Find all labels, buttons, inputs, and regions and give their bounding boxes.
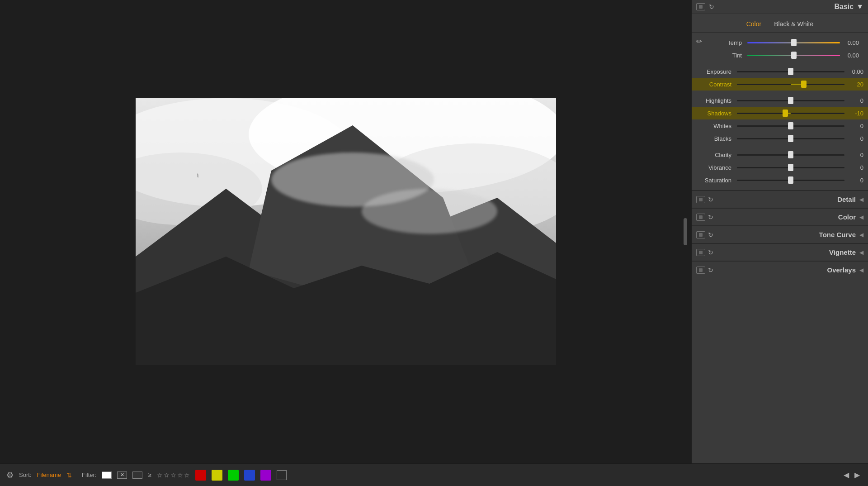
slider-value-vibrance: 0 (844, 164, 863, 171)
section-overlays-icons: ↻ (696, 267, 713, 274)
svg-point-15 (362, 189, 497, 234)
slider-label-temp: Temp (707, 39, 747, 46)
sort-label: Sort: (19, 472, 31, 478)
resize-handle[interactable] (684, 218, 687, 245)
star-2[interactable]: ☆ (164, 472, 170, 479)
slider-thumb-highlights[interactable] (788, 97, 793, 104)
slider-thumb-contrast[interactable] (801, 81, 807, 88)
slider-track-clarity[interactable] (737, 151, 844, 158)
slider-label-saturation: Saturation (696, 177, 737, 184)
vignette-refresh-icon[interactable]: ↻ (708, 249, 713, 256)
slider-track-whites[interactable] (737, 122, 844, 129)
bird-icon: ⌇ (197, 173, 199, 178)
star-4[interactable]: ☆ (177, 472, 183, 479)
panel-toggle-icon[interactable] (696, 3, 705, 10)
slider-track-tint[interactable] (747, 52, 840, 59)
filter-color-purple[interactable] (260, 470, 271, 481)
nav-prev-icon[interactable]: ◀ (842, 471, 851, 479)
filter-color-red[interactable] (195, 470, 206, 481)
detail-toggle-icon[interactable] (696, 196, 705, 203)
filter-color-green[interactable] (228, 470, 239, 481)
panel-refresh-icon[interactable]: ↻ (709, 3, 714, 10)
slider-track-saturation[interactable] (737, 176, 844, 184)
filter-stars: ☆ ☆ ☆ ☆ ☆ (157, 472, 190, 479)
tone-curve-toggle-icon[interactable] (696, 231, 705, 238)
slider-thumb-vibrance[interactable] (788, 164, 793, 171)
sort-value[interactable]: Filename (37, 472, 61, 478)
slider-label-clarity: Clarity (696, 152, 737, 158)
slider-row-saturation: Saturation 0 (692, 174, 868, 186)
tab-black-white[interactable]: Black & White (772, 19, 815, 29)
slider-track-highlights[interactable] (737, 97, 844, 104)
slider-row-clarity: Clarity 0 (692, 148, 868, 161)
star-3[interactable]: ☆ (170, 472, 176, 479)
star-1[interactable]: ☆ (157, 472, 163, 479)
slider-thumb-blacks[interactable] (788, 135, 793, 142)
filter-unflagged-icon[interactable] (132, 472, 142, 479)
photo-container: ⌇ (136, 98, 556, 365)
sort-direction-icon[interactable]: ⇅ (66, 472, 72, 479)
tab-color[interactable]: Color (745, 19, 763, 29)
overlays-refresh-icon[interactable]: ↻ (708, 267, 713, 274)
slider-label-blacks: Blacks (696, 135, 737, 142)
slider-value-exposure: 0.00 (844, 68, 863, 75)
section-tone-curve[interactable]: ↻ Tone Curve ◀ (692, 225, 868, 243)
vignette-toggle-icon[interactable] (696, 249, 705, 256)
slider-row-whites: Whites 0 (692, 119, 868, 132)
slider-row-temp: Temp 0.00 (702, 36, 863, 49)
overlays-toggle-icon[interactable] (696, 267, 705, 274)
slider-label-tint: Tint (707, 52, 747, 59)
section-vignette-arrow: ◀ (859, 249, 863, 256)
filter-color-yellow[interactable] (212, 470, 222, 481)
slider-label-whites: Whites (696, 123, 737, 129)
photo-svg: ⌇ (136, 98, 556, 365)
slider-track-blacks[interactable] (737, 135, 844, 142)
nav-arrows: ◀ ▶ (842, 471, 862, 479)
slider-thumb-clarity[interactable] (788, 151, 793, 158)
settings-gear-icon[interactable]: ⚙ (6, 470, 14, 480)
section-color[interactable]: ↻ Color ◀ (692, 208, 868, 225)
nav-next-icon[interactable]: ▶ (853, 471, 862, 479)
color-refresh-icon[interactable]: ↻ (708, 214, 713, 221)
slider-value-whites: 0 (844, 123, 863, 129)
slider-thumb-saturation[interactable] (788, 176, 793, 184)
filter-color-blue[interactable] (244, 470, 255, 481)
section-tone-curve-arrow: ◀ (859, 232, 863, 238)
detail-refresh-icon[interactable]: ↻ (708, 196, 713, 203)
slider-row-exposure: Exposure 0.00 (692, 65, 868, 78)
section-detail[interactable]: ↻ Detail ◀ (692, 190, 868, 208)
slider-track-contrast[interactable] (737, 81, 844, 88)
panel-dropdown-arrow[interactable]: ▼ (856, 3, 863, 11)
section-vignette[interactable]: ↻ Vignette ◀ (692, 243, 868, 261)
slider-thumb-temp[interactable] (791, 39, 797, 46)
star-5[interactable]: ☆ (184, 472, 190, 479)
tone-curve-refresh-icon[interactable]: ↻ (708, 231, 713, 238)
slider-value-temp: 0.00 (840, 39, 859, 46)
slider-label-contrast: Contrast (696, 81, 737, 88)
slider-track-shadows[interactable] (737, 110, 844, 117)
section-vignette-icons: ↻ (696, 249, 713, 256)
filter-label: Filter: (82, 472, 97, 478)
sliders-section: ✏ Temp 0.00 Tint (692, 33, 868, 190)
eyedropper-icon[interactable]: ✏ (696, 37, 702, 46)
slider-track-vibrance[interactable] (737, 164, 844, 171)
filter-no-color[interactable] (277, 470, 287, 480)
filter-flag-icon[interactable] (102, 472, 112, 479)
slider-thumb-whites[interactable] (788, 122, 793, 129)
photo-area: ⌇ (0, 0, 692, 463)
panel-header: ↻ Basic ▼ (692, 0, 868, 14)
section-overlays-arrow: ◀ (859, 267, 863, 273)
panel-header-icons: ↻ (696, 3, 714, 10)
slider-track-exposure[interactable] (737, 68, 844, 75)
filter-rejected-icon[interactable]: ✕ (117, 472, 127, 479)
slider-value-contrast: 20 (844, 81, 863, 88)
slider-label-shadows: Shadows (696, 110, 737, 117)
slider-thumb-tint[interactable] (791, 52, 797, 59)
slider-thumb-shadows[interactable] (783, 110, 788, 117)
slider-track-temp[interactable] (747, 39, 840, 46)
color-toggle-icon[interactable] (696, 214, 705, 221)
section-color-icons: ↻ (696, 214, 713, 221)
section-overlays[interactable]: ↻ Overlays ◀ (692, 261, 868, 278)
slider-row-contrast: Contrast 20 (692, 78, 868, 91)
slider-thumb-exposure[interactable] (788, 68, 793, 75)
